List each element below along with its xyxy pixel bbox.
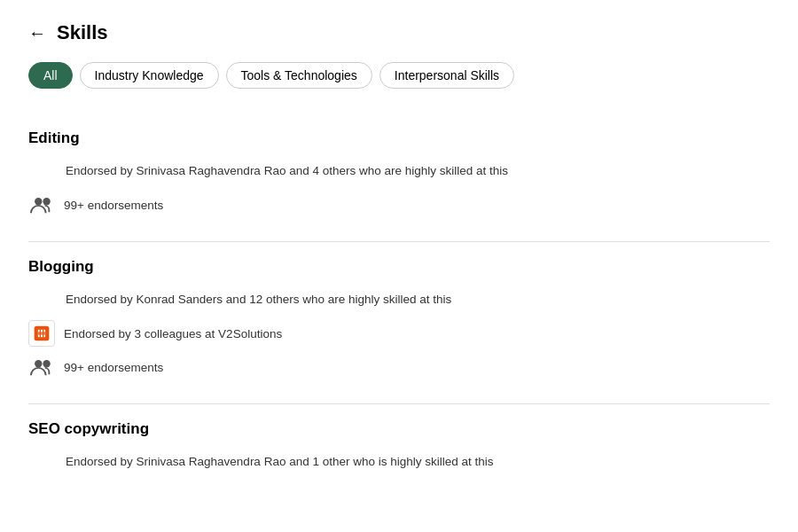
endorsement-text-0-0: Endorsed by Srinivasa Raghavendra Rao an… xyxy=(66,164,508,177)
endorsement-text-0-1: 99+ endorsements xyxy=(64,199,163,212)
avatar-1-0 xyxy=(28,285,57,313)
people-icon-0-1 xyxy=(28,192,55,218)
svg-point-4 xyxy=(43,360,50,367)
endorsement-text-1-1: Endorsed by 3 colleagues at V2Solutions xyxy=(64,327,282,340)
skill-section-2: SEO copywritingEndorsed by Srinivasa Rag… xyxy=(28,404,770,498)
endorsement-row-1-1: Endorsed by 3 colleagues at V2Solutions xyxy=(28,320,770,347)
back-button[interactable]: ← xyxy=(28,23,46,43)
endorsement-text-2-0: Endorsed by Srinivasa Raghavendra Rao an… xyxy=(66,455,494,468)
avatar-0-0 xyxy=(28,156,57,184)
svg-point-3 xyxy=(35,360,42,367)
avatar-2-0 xyxy=(28,447,57,475)
page-container: ← Skills AllIndustry KnowledgeTools & Te… xyxy=(0,0,798,520)
skill-name-1: Blogging xyxy=(28,258,770,276)
tab-all[interactable]: All xyxy=(28,62,73,89)
tab-interpersonal[interactable]: Interpersonal Skills xyxy=(379,62,514,89)
skill-section-0: EditingEndorsed by Srinivasa Raghavendra… xyxy=(28,113,770,242)
svg-point-0 xyxy=(35,198,42,205)
endorsement-row-0-0: Endorsed by Srinivasa Raghavendra Rao an… xyxy=(28,156,770,184)
endorsement-text-1-2: 99+ endorsements xyxy=(64,361,163,374)
skill-name-0: Editing xyxy=(28,129,770,147)
endorsement-row-1-0: Endorsed by Konrad Sanders and 12 others… xyxy=(28,285,770,313)
endorsement-row-1-2: 99+ endorsements xyxy=(28,354,770,380)
tab-tools[interactable]: Tools & Technologies xyxy=(226,62,372,89)
tab-industry[interactable]: Industry Knowledge xyxy=(80,62,219,89)
page-title: Skills xyxy=(57,21,107,44)
endorsement-row-2-0: Endorsed by Srinivasa Raghavendra Rao an… xyxy=(28,447,770,475)
svg-point-1 xyxy=(43,198,50,205)
skills-list: EditingEndorsed by Srinivasa Raghavendra… xyxy=(28,113,770,498)
endorsement-row-0-1: 99+ endorsements xyxy=(28,192,770,218)
skill-name-2: SEO copywriting xyxy=(28,420,770,438)
people-icon-1-2 xyxy=(28,354,55,380)
filter-tabs: AllIndustry KnowledgeTools & Technologie… xyxy=(28,62,770,89)
endorsement-text-1-0: Endorsed by Konrad Sanders and 12 others… xyxy=(66,293,451,306)
company-icon-1-1 xyxy=(28,320,55,347)
skill-section-1: BloggingEndorsed by Konrad Sanders and 1… xyxy=(28,242,770,404)
header: ← Skills xyxy=(28,21,770,44)
